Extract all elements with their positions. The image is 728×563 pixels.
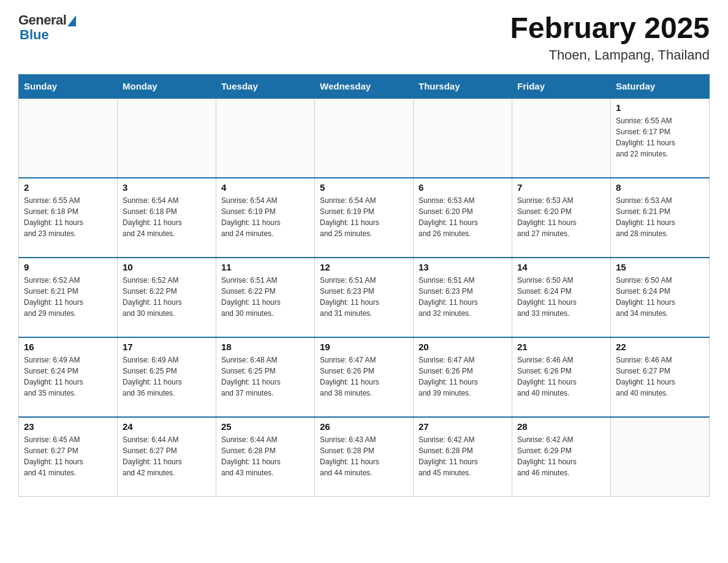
header-tuesday: Tuesday	[216, 74, 315, 98]
calendar-cell-w1-d4	[315, 98, 414, 178]
calendar-cell-w3-d6: 14Sunrise: 6:50 AM Sunset: 6:24 PM Dayli…	[512, 258, 611, 337]
calendar-cell-w2-d2: 3Sunrise: 6:54 AM Sunset: 6:18 PM Daylig…	[118, 178, 216, 258]
calendar-week-2: 2Sunrise: 6:55 AM Sunset: 6:18 PM Daylig…	[19, 178, 710, 258]
day-number: 9	[24, 262, 112, 272]
header-wednesday: Wednesday	[315, 74, 414, 98]
day-info: Sunrise: 6:44 AM Sunset: 6:27 PM Dayligh…	[123, 434, 211, 478]
logo: General Blue	[18, 12, 76, 43]
calendar-week-1: 1Sunrise: 6:55 AM Sunset: 6:17 PM Daylig…	[19, 98, 710, 178]
day-info: Sunrise: 6:46 AM Sunset: 6:26 PM Dayligh…	[517, 354, 605, 399]
day-number: 26	[320, 421, 408, 432]
day-number: 28	[517, 421, 605, 432]
calendar-table: SundayMondayTuesdayWednesdayThursdayFrid…	[18, 74, 710, 497]
day-number: 2	[24, 182, 112, 193]
day-info: Sunrise: 6:44 AM Sunset: 6:28 PM Dayligh…	[221, 434, 309, 478]
day-info: Sunrise: 6:54 AM Sunset: 6:19 PM Dayligh…	[221, 195, 309, 239]
calendar-cell-w5-d5: 27Sunrise: 6:42 AM Sunset: 6:28 PM Dayli…	[414, 417, 512, 497]
calendar-week-3: 9Sunrise: 6:52 AM Sunset: 6:21 PM Daylig…	[19, 258, 710, 337]
day-number: 4	[221, 182, 309, 193]
day-info: Sunrise: 6:50 AM Sunset: 6:24 PM Dayligh…	[517, 275, 605, 319]
calendar-cell-w2-d5: 6Sunrise: 6:53 AM Sunset: 6:20 PM Daylig…	[414, 178, 512, 258]
month-title: February 2025	[510, 12, 710, 45]
calendar-cell-w2-d1: 2Sunrise: 6:55 AM Sunset: 6:18 PM Daylig…	[19, 178, 118, 258]
day-info: Sunrise: 6:51 AM Sunset: 6:23 PM Dayligh…	[419, 275, 507, 319]
calendar-cell-w1-d5	[414, 98, 512, 178]
calendar-cell-w4-d7: 22Sunrise: 6:46 AM Sunset: 6:27 PM Dayli…	[611, 337, 710, 417]
day-number: 27	[419, 421, 507, 432]
day-info: Sunrise: 6:43 AM Sunset: 6:28 PM Dayligh…	[320, 434, 408, 478]
day-number: 15	[616, 262, 704, 272]
day-number: 14	[517, 262, 605, 272]
header-thursday: Thursday	[414, 74, 512, 98]
page-header: General Blue February 2025 Thoen, Lampan…	[18, 12, 710, 63]
calendar-cell-w3-d4: 12Sunrise: 6:51 AM Sunset: 6:23 PM Dayli…	[315, 258, 414, 337]
calendar-week-5: 23Sunrise: 6:45 AM Sunset: 6:27 PM Dayli…	[19, 417, 710, 497]
day-number: 20	[419, 342, 507, 352]
calendar-cell-w4-d3: 18Sunrise: 6:48 AM Sunset: 6:25 PM Dayli…	[216, 337, 315, 417]
header-saturday: Saturday	[611, 74, 710, 98]
day-number: 21	[517, 342, 605, 352]
day-info: Sunrise: 6:51 AM Sunset: 6:22 PM Dayligh…	[221, 275, 309, 319]
day-info: Sunrise: 6:46 AM Sunset: 6:27 PM Dayligh…	[616, 354, 704, 399]
day-info: Sunrise: 6:47 AM Sunset: 6:26 PM Dayligh…	[419, 354, 507, 399]
calendar-cell-w4-d2: 17Sunrise: 6:49 AM Sunset: 6:25 PM Dayli…	[118, 337, 216, 417]
header-sunday: Sunday	[19, 74, 118, 98]
day-info: Sunrise: 6:52 AM Sunset: 6:21 PM Dayligh…	[24, 275, 112, 319]
day-info: Sunrise: 6:42 AM Sunset: 6:29 PM Dayligh…	[517, 434, 605, 478]
calendar-header-row: SundayMondayTuesdayWednesdayThursdayFrid…	[19, 74, 710, 98]
day-number: 23	[24, 421, 112, 432]
calendar-cell-w1-d2	[118, 98, 216, 178]
day-number: 24	[123, 421, 211, 432]
day-info: Sunrise: 6:48 AM Sunset: 6:25 PM Dayligh…	[221, 354, 309, 399]
logo-blue-text: Blue	[20, 27, 49, 43]
location-title: Thoen, Lampang, Thailand	[510, 47, 710, 63]
day-number: 19	[320, 342, 408, 352]
header-friday: Friday	[512, 74, 611, 98]
title-section: February 2025 Thoen, Lampang, Thailand	[510, 12, 710, 63]
calendar-cell-w2-d7: 8Sunrise: 6:53 AM Sunset: 6:21 PM Daylig…	[611, 178, 710, 258]
day-info: Sunrise: 6:51 AM Sunset: 6:23 PM Dayligh…	[320, 275, 408, 319]
day-info: Sunrise: 6:55 AM Sunset: 6:18 PM Dayligh…	[24, 195, 112, 239]
calendar-cell-w5-d7	[611, 417, 710, 497]
day-number: 18	[221, 342, 309, 352]
calendar-cell-w2-d6: 7Sunrise: 6:53 AM Sunset: 6:20 PM Daylig…	[512, 178, 611, 258]
calendar-cell-w2-d4: 5Sunrise: 6:54 AM Sunset: 6:19 PM Daylig…	[315, 178, 414, 258]
day-info: Sunrise: 6:50 AM Sunset: 6:24 PM Dayligh…	[616, 275, 704, 319]
day-number: 10	[123, 262, 211, 272]
calendar-cell-w1-d1	[19, 98, 118, 178]
calendar-cell-w2-d3: 4Sunrise: 6:54 AM Sunset: 6:19 PM Daylig…	[216, 178, 315, 258]
day-number: 13	[419, 262, 507, 272]
day-number: 3	[123, 182, 211, 193]
calendar-cell-w4-d1: 16Sunrise: 6:49 AM Sunset: 6:24 PM Dayli…	[19, 337, 118, 417]
calendar-cell-w5-d6: 28Sunrise: 6:42 AM Sunset: 6:29 PM Dayli…	[512, 417, 611, 497]
calendar-cell-w1-d6	[512, 98, 611, 178]
day-number: 6	[419, 182, 507, 193]
calendar-cell-w4-d6: 21Sunrise: 6:46 AM Sunset: 6:26 PM Dayli…	[512, 337, 611, 417]
header-monday: Monday	[118, 74, 216, 98]
calendar-week-4: 16Sunrise: 6:49 AM Sunset: 6:24 PM Dayli…	[19, 337, 710, 417]
calendar-cell-w3-d7: 15Sunrise: 6:50 AM Sunset: 6:24 PM Dayli…	[611, 258, 710, 337]
day-number: 7	[517, 182, 605, 193]
calendar-cell-w5-d1: 23Sunrise: 6:45 AM Sunset: 6:27 PM Dayli…	[19, 417, 118, 497]
calendar-cell-w1-d7: 1Sunrise: 6:55 AM Sunset: 6:17 PM Daylig…	[611, 98, 710, 178]
day-info: Sunrise: 6:45 AM Sunset: 6:27 PM Dayligh…	[24, 434, 112, 478]
day-number: 22	[616, 342, 704, 352]
day-info: Sunrise: 6:54 AM Sunset: 6:18 PM Dayligh…	[123, 195, 211, 239]
calendar-cell-w5-d2: 24Sunrise: 6:44 AM Sunset: 6:27 PM Dayli…	[118, 417, 216, 497]
day-info: Sunrise: 6:49 AM Sunset: 6:25 PM Dayligh…	[123, 354, 211, 399]
day-info: Sunrise: 6:54 AM Sunset: 6:19 PM Dayligh…	[320, 195, 408, 239]
day-number: 11	[221, 262, 309, 272]
day-info: Sunrise: 6:52 AM Sunset: 6:22 PM Dayligh…	[123, 275, 211, 319]
day-number: 8	[616, 182, 704, 193]
calendar-cell-w3-d3: 11Sunrise: 6:51 AM Sunset: 6:22 PM Dayli…	[216, 258, 315, 337]
day-number: 12	[320, 262, 408, 272]
day-info: Sunrise: 6:53 AM Sunset: 6:20 PM Dayligh…	[419, 195, 507, 239]
day-info: Sunrise: 6:53 AM Sunset: 6:20 PM Dayligh…	[517, 195, 605, 239]
calendar-cell-w1-d3	[216, 98, 315, 178]
calendar-cell-w5-d4: 26Sunrise: 6:43 AM Sunset: 6:28 PM Dayli…	[315, 417, 414, 497]
day-info: Sunrise: 6:49 AM Sunset: 6:24 PM Dayligh…	[24, 354, 112, 399]
day-number: 16	[24, 342, 112, 352]
calendar-cell-w3-d2: 10Sunrise: 6:52 AM Sunset: 6:22 PM Dayli…	[118, 258, 216, 337]
day-info: Sunrise: 6:53 AM Sunset: 6:21 PM Dayligh…	[616, 195, 704, 239]
day-info: Sunrise: 6:42 AM Sunset: 6:28 PM Dayligh…	[419, 434, 507, 478]
